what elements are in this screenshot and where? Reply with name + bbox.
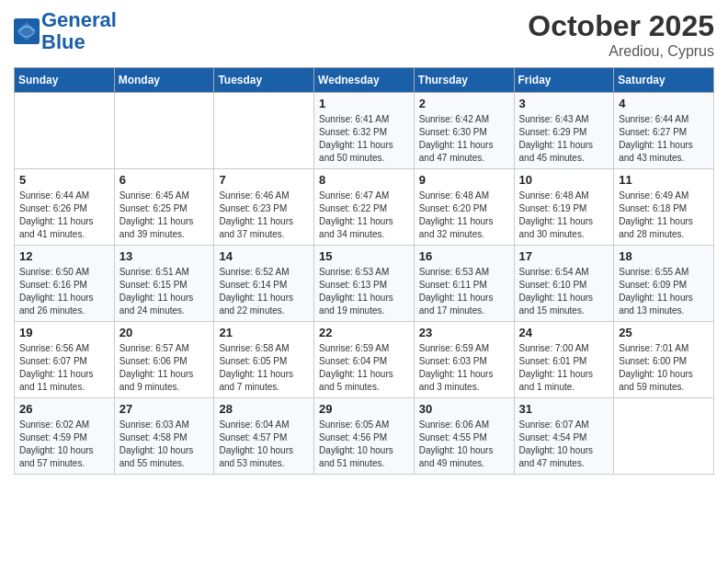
empty-cell <box>15 93 115 169</box>
calendar-day-cell: 16Sunrise: 6:53 AM Sunset: 6:11 PM Dayli… <box>414 246 514 322</box>
weekday-header-wednesday: Wednesday <box>314 68 415 93</box>
empty-cell <box>114 93 214 169</box>
day-number: 11 <box>619 173 709 187</box>
calendar-day-cell: 21Sunrise: 6:58 AM Sunset: 6:05 PM Dayli… <box>214 322 314 398</box>
calendar-day-cell: 11Sunrise: 6:49 AM Sunset: 6:18 PM Dayli… <box>614 169 714 246</box>
weekday-header-sunday: Sunday <box>15 68 115 93</box>
weekday-header-saturday: Saturday <box>614 68 714 93</box>
day-number: 5 <box>19 173 109 187</box>
calendar-week-row: 5Sunrise: 6:44 AM Sunset: 6:26 PM Daylig… <box>15 169 714 246</box>
day-info: Sunrise: 6:54 AM Sunset: 6:10 PM Dayligh… <box>519 266 609 317</box>
day-number: 28 <box>219 402 309 416</box>
logo-line1: General <box>41 8 117 31</box>
day-info: Sunrise: 6:46 AM Sunset: 6:23 PM Dayligh… <box>219 190 309 241</box>
day-number: 18 <box>619 249 709 263</box>
title-area: October 2025 Arediou, Cyprus <box>528 9 714 60</box>
empty-cell <box>614 398 714 475</box>
day-number: 10 <box>519 173 609 187</box>
day-info: Sunrise: 6:04 AM Sunset: 4:57 PM Dayligh… <box>219 419 309 470</box>
calendar-day-cell: 29Sunrise: 6:05 AM Sunset: 4:56 PM Dayli… <box>314 398 415 475</box>
calendar-day-cell: 18Sunrise: 6:55 AM Sunset: 6:09 PM Dayli… <box>614 246 714 322</box>
calendar-day-cell: 4Sunrise: 6:44 AM Sunset: 6:27 PM Daylig… <box>614 93 714 169</box>
calendar-day-cell: 27Sunrise: 6:03 AM Sunset: 4:58 PM Dayli… <box>114 398 214 475</box>
day-number: 7 <box>219 173 309 187</box>
day-info: Sunrise: 6:59 AM Sunset: 6:04 PM Dayligh… <box>319 342 409 394</box>
calendar-day-cell: 3Sunrise: 6:43 AM Sunset: 6:29 PM Daylig… <box>514 93 614 169</box>
location-subtitle: Arediou, Cyprus <box>528 43 714 60</box>
day-number: 9 <box>419 173 509 187</box>
calendar-day-cell: 10Sunrise: 6:48 AM Sunset: 6:19 PM Dayli… <box>514 169 614 246</box>
calendar-day-cell: 5Sunrise: 6:44 AM Sunset: 6:26 PM Daylig… <box>15 169 115 246</box>
day-number: 20 <box>119 326 210 339</box>
calendar-day-cell: 20Sunrise: 6:57 AM Sunset: 6:06 PM Dayli… <box>114 322 214 398</box>
day-info: Sunrise: 6:49 AM Sunset: 6:18 PM Dayligh… <box>619 190 709 241</box>
calendar-day-cell: 24Sunrise: 7:00 AM Sunset: 6:01 PM Dayli… <box>514 322 614 398</box>
calendar-day-cell: 26Sunrise: 6:02 AM Sunset: 4:59 PM Dayli… <box>15 398 115 475</box>
calendar-day-cell: 9Sunrise: 6:48 AM Sunset: 6:20 PM Daylig… <box>414 169 514 246</box>
day-number: 23 <box>419 326 509 339</box>
logo: General Blue <box>14 9 117 53</box>
day-info: Sunrise: 6:51 AM Sunset: 6:15 PM Dayligh… <box>119 266 210 317</box>
calendar-day-cell: 15Sunrise: 6:53 AM Sunset: 6:13 PM Dayli… <box>314 246 415 322</box>
day-info: Sunrise: 6:44 AM Sunset: 6:26 PM Dayligh… <box>19 190 109 241</box>
day-info: Sunrise: 6:55 AM Sunset: 6:09 PM Dayligh… <box>619 266 709 317</box>
day-number: 12 <box>19 249 109 263</box>
day-info: Sunrise: 6:59 AM Sunset: 6:03 PM Dayligh… <box>419 342 509 394</box>
day-info: Sunrise: 6:53 AM Sunset: 6:11 PM Dayligh… <box>419 266 509 317</box>
day-info: Sunrise: 6:48 AM Sunset: 6:20 PM Dayligh… <box>419 190 509 241</box>
day-number: 31 <box>519 402 609 416</box>
calendar-day-cell: 13Sunrise: 6:51 AM Sunset: 6:15 PM Dayli… <box>114 246 214 322</box>
calendar-day-cell: 25Sunrise: 7:01 AM Sunset: 6:00 PM Dayli… <box>614 322 714 398</box>
day-info: Sunrise: 6:47 AM Sunset: 6:22 PM Dayligh… <box>319 190 409 241</box>
day-info: Sunrise: 7:01 AM Sunset: 6:00 PM Dayligh… <box>619 342 709 394</box>
day-number: 8 <box>319 173 409 187</box>
day-number: 30 <box>419 402 509 416</box>
calendar-day-cell: 12Sunrise: 6:50 AM Sunset: 6:16 PM Dayli… <box>15 246 115 322</box>
day-info: Sunrise: 6:41 AM Sunset: 6:32 PM Dayligh… <box>319 113 409 165</box>
day-number: 22 <box>319 326 409 339</box>
calendar-day-cell: 22Sunrise: 6:59 AM Sunset: 6:04 PM Dayli… <box>314 322 415 398</box>
calendar-day-cell: 14Sunrise: 6:52 AM Sunset: 6:14 PM Dayli… <box>214 246 314 322</box>
day-info: Sunrise: 6:06 AM Sunset: 4:55 PM Dayligh… <box>419 419 509 470</box>
calendar-day-cell: 6Sunrise: 6:45 AM Sunset: 6:25 PM Daylig… <box>114 169 214 246</box>
day-info: Sunrise: 6:44 AM Sunset: 6:27 PM Dayligh… <box>619 113 709 165</box>
empty-cell <box>214 93 314 169</box>
day-info: Sunrise: 6:43 AM Sunset: 6:29 PM Dayligh… <box>519 113 609 165</box>
day-info: Sunrise: 6:50 AM Sunset: 6:16 PM Dayligh… <box>19 266 109 317</box>
logo-icon <box>14 18 40 44</box>
day-number: 4 <box>619 97 709 110</box>
calendar-day-cell: 7Sunrise: 6:46 AM Sunset: 6:23 PM Daylig… <box>214 169 314 246</box>
day-info: Sunrise: 6:03 AM Sunset: 4:58 PM Dayligh… <box>119 419 210 470</box>
day-info: Sunrise: 6:53 AM Sunset: 6:13 PM Dayligh… <box>319 266 409 317</box>
weekday-header-row: SundayMondayTuesdayWednesdayThursdayFrid… <box>15 68 714 93</box>
day-number: 29 <box>319 402 409 416</box>
day-number: 13 <box>119 249 210 263</box>
day-info: Sunrise: 6:52 AM Sunset: 6:14 PM Dayligh… <box>219 266 309 317</box>
day-number: 24 <box>519 326 609 339</box>
calendar-week-row: 26Sunrise: 6:02 AM Sunset: 4:59 PM Dayli… <box>15 398 714 475</box>
logo-line2: Blue <box>41 30 85 53</box>
calendar-day-cell: 2Sunrise: 6:42 AM Sunset: 6:30 PM Daylig… <box>414 93 514 169</box>
calendar-week-row: 19Sunrise: 6:56 AM Sunset: 6:07 PM Dayli… <box>15 322 714 398</box>
day-number: 16 <box>419 249 509 263</box>
month-title: October 2025 <box>528 9 714 43</box>
weekday-header-monday: Monday <box>114 68 214 93</box>
calendar-day-cell: 31Sunrise: 6:07 AM Sunset: 4:54 PM Dayli… <box>514 398 614 475</box>
calendar-day-cell: 23Sunrise: 6:59 AM Sunset: 6:03 PM Dayli… <box>414 322 514 398</box>
day-number: 3 <box>519 97 609 110</box>
day-number: 17 <box>519 249 609 263</box>
day-info: Sunrise: 6:45 AM Sunset: 6:25 PM Dayligh… <box>119 190 210 241</box>
day-info: Sunrise: 7:00 AM Sunset: 6:01 PM Dayligh… <box>519 342 609 394</box>
day-info: Sunrise: 6:42 AM Sunset: 6:30 PM Dayligh… <box>419 113 509 165</box>
calendar-week-row: 12Sunrise: 6:50 AM Sunset: 6:16 PM Dayli… <box>15 246 714 322</box>
day-info: Sunrise: 6:48 AM Sunset: 6:19 PM Dayligh… <box>519 190 609 241</box>
day-info: Sunrise: 6:56 AM Sunset: 6:07 PM Dayligh… <box>19 342 109 394</box>
day-number: 21 <box>219 326 309 339</box>
day-number: 6 <box>119 173 210 187</box>
day-info: Sunrise: 6:57 AM Sunset: 6:06 PM Dayligh… <box>119 342 210 394</box>
calendar-day-cell: 8Sunrise: 6:47 AM Sunset: 6:22 PM Daylig… <box>314 169 415 246</box>
day-number: 25 <box>619 326 709 339</box>
day-number: 26 <box>19 402 109 416</box>
calendar-day-cell: 19Sunrise: 6:56 AM Sunset: 6:07 PM Dayli… <box>15 322 115 398</box>
day-number: 14 <box>219 249 309 263</box>
